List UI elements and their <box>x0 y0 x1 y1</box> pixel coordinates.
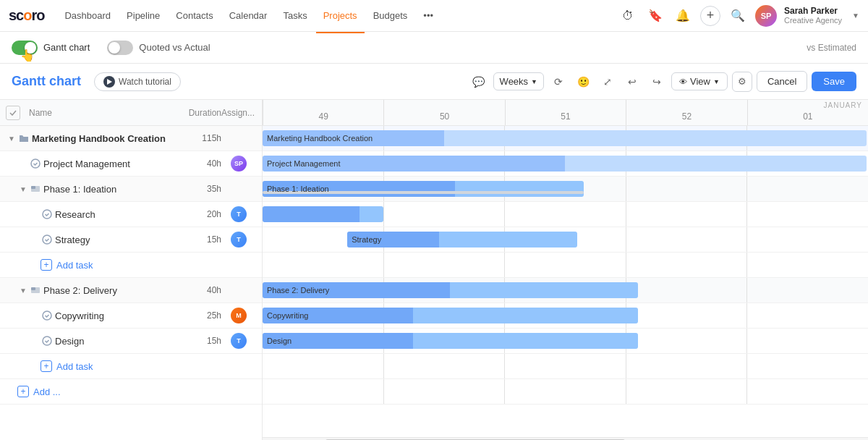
gantt-chart-toggle[interactable]: 👆 <box>12 41 38 55</box>
bookmark-icon[interactable]: 🔖 <box>645 6 665 26</box>
top-nav: scoro Dashboard Pipeline Contacts Calend… <box>0 0 868 32</box>
nav-item-calendar[interactable]: Calendar <box>222 7 275 24</box>
avatar: SP <box>755 5 777 27</box>
user-info: Sarah Parker Creative Agency <box>784 6 842 26</box>
undo-time-icon[interactable]: ⟳ <box>548 72 569 92</box>
quoted-actual-toggle[interactable] <box>107 41 133 55</box>
tree-row-copywriting[interactable]: Copywriting 25h M <box>0 303 262 329</box>
add-group-icon: + <box>17 386 29 397</box>
row-duration-research: 20h <box>185 209 221 219</box>
user-name: Sarah Parker <box>784 6 842 16</box>
svg-rect-2 <box>31 186 35 189</box>
logo[interactable]: scoro <box>9 7 44 24</box>
bar-copywriting-label: Copywriting <box>263 311 312 320</box>
bar-phase2-label: Phase 2: Delivery <box>263 286 333 295</box>
weeks-header: JANUARY 49 50 51 52 01 <box>263 100 868 126</box>
tree-row-marketing[interactable]: ▼ Marketing Handbook Creation 115h <box>0 126 262 151</box>
save-button[interactable]: Save <box>812 72 856 91</box>
row-name-research: Research <box>55 209 185 220</box>
bar-strategy[interactable]: Strategy <box>347 232 577 248</box>
plus-icon[interactable]: + <box>700 6 720 26</box>
tree-row-research[interactable]: Research 20h T <box>0 202 262 227</box>
tree-row-phase2[interactable]: ▼ Phase 2: Delivery 40h <box>0 278 262 303</box>
user-chevron-icon[interactable]: ▼ <box>852 12 859 20</box>
row-avatar-strategy: T <box>221 232 256 248</box>
tree-row-project-management[interactable]: Project Management 40h SP <box>0 151 262 177</box>
tree-row-phase1[interactable]: ▼ Phase 1: Ideation 35h <box>0 177 262 202</box>
week-51-label: 51 <box>561 111 570 122</box>
row-avatar-pm: SP <box>221 156 256 172</box>
nav-item-projects[interactable]: Projects <box>316 7 365 24</box>
redo-icon[interactable]: ↪ <box>647 72 667 92</box>
bar-pm[interactable]: Project Management <box>263 156 867 172</box>
row-duration-phase2: 40h <box>185 285 221 295</box>
expand-strategy-icon <box>29 234 41 245</box>
add-task-label: Add task <box>56 260 93 271</box>
week-49: 49 <box>263 100 383 125</box>
chart-row-add-phase1 <box>263 253 868 278</box>
expand-pm-icon <box>17 158 29 169</box>
checkbox-all[interactable] <box>6 106 20 120</box>
view-chevron-icon: ▼ <box>713 78 720 85</box>
nav-item-contacts[interactable]: Contacts <box>169 7 220 24</box>
bell-icon[interactable]: 🔔 <box>673 6 693 26</box>
row-name-design: Design <box>55 336 185 347</box>
svg-point-3 <box>43 210 51 219</box>
week-49-label: 49 <box>319 111 328 122</box>
add-group-row[interactable]: + Add ... <box>0 379 262 405</box>
chart-row-add-group <box>263 379 868 405</box>
chart-row-research <box>263 202 868 227</box>
watch-tutorial-button[interactable]: Watch tutorial <box>94 72 181 91</box>
add-task-phase1-row[interactable]: + Add task <box>0 253 262 278</box>
nav-item-pipeline[interactable]: Pipeline <box>119 7 167 24</box>
expand-phase1-icon[interactable]: ▼ <box>17 183 29 195</box>
row-name-copywriting: Copywriting <box>55 310 185 321</box>
expand-icon[interactable]: ⤢ <box>597 72 618 92</box>
timer-icon[interactable]: ⏱ <box>618 6 638 26</box>
expand-marketing-icon[interactable]: ▼ <box>6 132 17 144</box>
user-company: Creative Agency <box>784 16 842 25</box>
bar-copywriting[interactable]: Copywriting <box>263 308 638 323</box>
nav-more-icon[interactable]: ••• <box>416 7 441 24</box>
row-duration-copywriting: 25h <box>185 310 221 321</box>
chart-rows: .chart-row { display: flex; height: 35px… <box>263 126 868 437</box>
search-icon[interactable]: 🔍 <box>728 6 748 26</box>
weeks-select[interactable]: Weeks ▼ <box>493 72 544 90</box>
bar-design[interactable]: Design <box>263 333 638 349</box>
undo-icon[interactable]: ↩ <box>622 72 642 92</box>
tree-row-design[interactable]: Design 15h T <box>0 329 262 354</box>
chart-row-add-phase2 <box>263 354 868 379</box>
bar-design-label: Design <box>263 337 296 345</box>
bar-phase2[interactable]: Phase 2: Delivery <box>263 282 638 298</box>
week-50-label: 50 <box>440 111 449 122</box>
tree-row-strategy[interactable]: Strategy 15h T <box>0 227 262 253</box>
expand-phase2-icon[interactable]: ▼ <box>17 284 29 296</box>
row-name-strategy: Strategy <box>55 234 185 245</box>
col-name-header: Name <box>26 108 178 118</box>
horizontal-scrollbar[interactable] <box>263 437 868 440</box>
settings-button[interactable]: ⚙ <box>732 72 752 92</box>
row-name-pm: Project Management <box>43 158 185 169</box>
tree-column-headers: Name Duration Assign... <box>0 100 262 126</box>
comment-icon[interactable]: 💬 <box>469 72 489 92</box>
bar-phase1[interactable]: Phase 1: Ideation <box>263 181 584 197</box>
expand-copywriting-icon <box>29 310 41 321</box>
nav-item-budgets[interactable]: Budgets <box>366 7 415 24</box>
nav-item-tasks[interactable]: Tasks <box>276 7 314 24</box>
task-check-research-icon <box>42 209 52 219</box>
cancel-button[interactable]: Cancel <box>757 71 807 92</box>
row-duration-design: 15h <box>185 336 221 346</box>
face-icon[interactable]: 🙂 <box>573 72 593 92</box>
row-avatar-design: T <box>221 333 256 349</box>
nav-item-dashboard[interactable]: Dashboard <box>57 7 118 24</box>
bar-marketing[interactable]: Marketing Handbook Creation <box>263 130 867 146</box>
gantt-right-controls: 💬 Weeks ▼ ⟳ 🙂 ⤢ ↩ ↪ 👁 View ▼ ⚙ Cancel Sa… <box>469 71 856 92</box>
gantt-chart-toggle-wrap: 👆 Gantt chart <box>12 41 90 55</box>
gantt-body: Name Duration Assign... ▼ Marketing Hand… <box>0 100 868 440</box>
bar-pm-label: Project Management <box>263 159 345 168</box>
row-name-phase2: Phase 2: Delivery <box>43 285 185 296</box>
add-task-phase2-row[interactable]: + Add task <box>0 354 262 379</box>
bar-research[interactable] <box>263 206 383 222</box>
cursor-hand: 👆 <box>20 48 35 62</box>
view-button[interactable]: 👁 View ▼ <box>671 72 728 90</box>
